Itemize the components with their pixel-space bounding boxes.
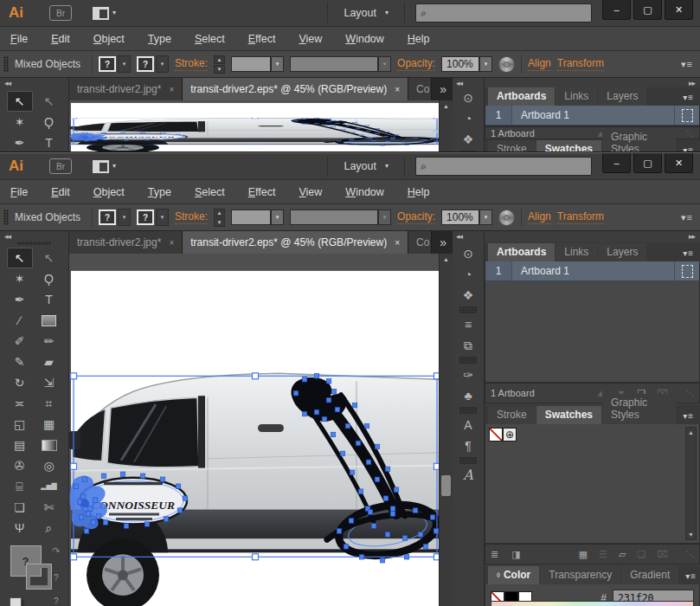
- panel-menu-icon[interactable]: ▾≡: [677, 89, 700, 106]
- collapse-dock-icon[interactable]: ▸▸: [485, 231, 700, 242]
- panel-tab-layers[interactable]: Layers: [598, 87, 646, 106]
- scroll-up-icon[interactable]: ▲: [688, 429, 694, 435]
- stroke-weight-value[interactable]: [231, 56, 271, 72]
- panel-tab-graphic-styles[interactable]: Graphic Styles: [602, 128, 676, 152]
- tab-close-icon[interactable]: ×: [169, 238, 174, 248]
- tab-overflow-icon[interactable]: »: [432, 231, 453, 254]
- hand-tool[interactable]: Ψ: [7, 518, 33, 538]
- menu-window[interactable]: Window: [345, 186, 383, 198]
- close-button[interactable]: ✕: [665, 153, 693, 173]
- workspace-switcher[interactable]: Layout ▾: [328, 160, 404, 172]
- default-fill-stroke-icon[interactable]: [10, 597, 22, 606]
- blend-tool[interactable]: ◎: [36, 455, 62, 476]
- chevron-down-icon[interactable]: ▾: [378, 56, 391, 72]
- rotate-tool[interactable]: ↻: [7, 372, 33, 393]
- panel-tab-artboards[interactable]: Artboards: [488, 87, 555, 106]
- menu-file[interactable]: File: [10, 186, 28, 198]
- color-guide-button[interactable]: ◔: [453, 108, 484, 129]
- stroke-color-control[interactable]: ? ▾: [137, 55, 169, 73]
- scroll-up-icon[interactable]: ▲: [440, 100, 453, 112]
- control-panel-menu-icon[interactable]: ▾≡: [681, 212, 693, 223]
- zoom-tool[interactable]: ⌕: [36, 518, 62, 538]
- selection-tool[interactable]: ↖: [7, 91, 33, 112]
- chevron-down-icon[interactable]: ▾: [271, 210, 284, 225]
- free-transform-tool[interactable]: ⌗: [36, 393, 62, 414]
- menu-object[interactable]: Object: [93, 186, 125, 198]
- maximize-button[interactable]: ▢: [633, 153, 662, 173]
- bridge-button[interactable]: Br: [49, 158, 72, 174]
- artwork-canvas[interactable]: CONNOISSEUR: [69, 254, 439, 606]
- type-tool[interactable]: T: [36, 132, 62, 152]
- tab-overflow-icon[interactable]: »: [432, 78, 453, 100]
- align-panel-link[interactable]: Align: [528, 210, 551, 224]
- lasso-tool[interactable]: Ϙ: [36, 268, 62, 289]
- mesh-tool[interactable]: ▤: [7, 435, 33, 455]
- delete-swatch-icon[interactable]: ⌧: [657, 549, 668, 560]
- chevron-down-icon[interactable]: ▾: [118, 209, 131, 226]
- recolor-artwork-icon[interactable]: [498, 56, 515, 73]
- tab-close-icon[interactable]: ×: [169, 85, 174, 94]
- menu-edit[interactable]: Edit: [51, 186, 70, 198]
- menu-edit[interactable]: Edit: [51, 33, 70, 45]
- slice-tool[interactable]: ✄: [36, 497, 62, 518]
- color-panel-button[interactable]: ⊙: [453, 87, 484, 108]
- chevron-down-icon[interactable]: ▾: [479, 56, 492, 72]
- transform-panel-link[interactable]: Transform: [557, 57, 604, 71]
- gradient-tool[interactable]: [36, 435, 62, 455]
- menu-effect[interactable]: Effect: [248, 186, 276, 198]
- scale-tool[interactable]: ⇲: [36, 372, 62, 393]
- panel-tab-links[interactable]: Links: [556, 243, 597, 261]
- panel-menu-icon[interactable]: ▾≡: [677, 142, 700, 152]
- stroke-panel-link[interactable]: Stroke:: [175, 57, 208, 71]
- panel-grip[interactable]: [3, 56, 9, 72]
- fill-color-control[interactable]: ? ▾: [99, 209, 131, 226]
- artboard-options-button[interactable]: [674, 106, 699, 125]
- swatch-kinds-icon[interactable]: ◨: [511, 549, 520, 560]
- panel-tab-stroke[interactable]: Stroke: [488, 140, 536, 152]
- workspace-switcher[interactable]: Layout ▾: [328, 7, 404, 19]
- menu-view[interactable]: View: [299, 186, 322, 198]
- step-down-icon[interactable]: ▼: [214, 218, 225, 227]
- eraser-tool[interactable]: ▰: [36, 351, 62, 372]
- panel-tab-transparency[interactable]: Transparency: [540, 566, 620, 584]
- panel-grip[interactable]: [3, 210, 9, 225]
- panel-tab-artboards[interactable]: Artboards: [488, 243, 555, 261]
- panel-menu-icon[interactable]: ▾≡: [677, 245, 700, 261]
- align-panel-button[interactable]: ≡: [453, 314, 484, 335]
- align-panel-link[interactable]: Align: [528, 57, 551, 71]
- artwork-canvas[interactable]: CONNOISSEUR: [69, 100, 439, 152]
- panel-menu-icon[interactable]: ▾≡: [677, 408, 700, 424]
- menu-effect[interactable]: Effect: [248, 33, 276, 45]
- grid-view-icon[interactable]: ▦: [579, 549, 588, 560]
- arrange-documents-button[interactable]: ▾: [93, 160, 116, 173]
- variable-width-profile[interactable]: [290, 56, 378, 72]
- color-spectrum-bar[interactable]: [491, 601, 694, 606]
- swatch-libraries-icon[interactable]: ≣: [491, 549, 498, 560]
- width-tool[interactable]: ≍: [7, 393, 33, 414]
- magic-wand-tool[interactable]: ✶: [7, 268, 33, 289]
- artboard-row[interactable]: 1 Artboard 1: [485, 261, 699, 281]
- eyedropper-tool[interactable]: ✇: [7, 455, 33, 476]
- selection-tool[interactable]: ↖: [7, 248, 33, 268]
- collapse-tools-icon[interactable]: ◂◂: [0, 78, 68, 87]
- pattern-options-button[interactable]: ❖: [453, 129, 484, 150]
- opacity-panel-link[interactable]: Opacity:: [397, 57, 435, 71]
- color-panel-button[interactable]: ⊙: [453, 243, 484, 264]
- menu-file[interactable]: File: [10, 33, 28, 45]
- panel-tab-gradient[interactable]: Gradient: [621, 566, 678, 584]
- panel-menu-icon[interactable]: ▾≡: [679, 568, 700, 584]
- vertical-scrollbar[interactable]: ▲: [439, 254, 453, 606]
- scrollbar-thumb[interactable]: [441, 475, 451, 496]
- fill-color-control[interactable]: ? ▾: [99, 55, 131, 73]
- chevron-down-icon[interactable]: ▾: [118, 55, 131, 73]
- shape-builder-tool[interactable]: ◱: [7, 414, 33, 435]
- expand-panels-icon[interactable]: ◂◂: [453, 78, 484, 87]
- column-graph-tool[interactable]: ▂▅▇: [36, 476, 62, 497]
- opacity-value[interactable]: 100%: [441, 56, 479, 72]
- search-input[interactable]: [430, 3, 587, 23]
- stroke-weight-stepper[interactable]: ▲ ▼: [214, 209, 225, 227]
- artboard-name[interactable]: Artboard 1: [512, 106, 674, 125]
- chevron-down-icon[interactable]: ▾: [156, 209, 169, 226]
- stroke-color-control[interactable]: ? ▾: [137, 209, 169, 226]
- expand-panels-icon[interactable]: ◂◂: [453, 231, 484, 243]
